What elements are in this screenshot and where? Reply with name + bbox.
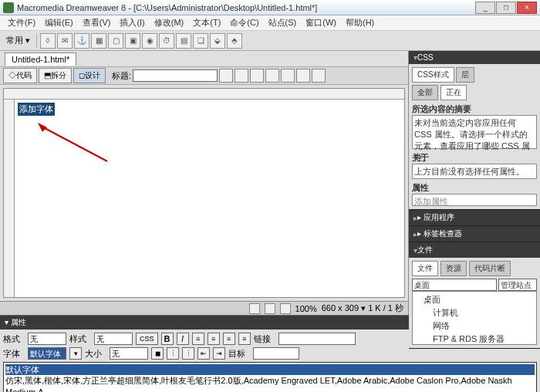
select-tool-icon[interactable] [249, 303, 260, 314]
menu-modify[interactable]: 修改(M) [150, 15, 189, 30]
doc-tab[interactable]: Untitled-1.html* [5, 52, 76, 66]
table-icon[interactable]: ▦ [91, 33, 106, 49]
toolbar-category[interactable]: 常用 ▾ [3, 35, 33, 46]
align-justify-icon[interactable]: ≡ [238, 333, 251, 345]
minimize-button[interactable]: _ [475, 2, 495, 14]
app-panel[interactable]: ▸ 应用程序 [409, 210, 540, 226]
refresh-icon[interactable] [235, 69, 248, 83]
color-picker[interactable]: ◼ [151, 347, 164, 360]
tag-panel-head[interactable]: ▸ 标签检查器 [409, 226, 540, 242]
app-icon [3, 2, 14, 13]
tag-panel[interactable]: ▸ 标签检查器 [409, 226, 540, 242]
align-center-icon[interactable]: ≡ [208, 333, 220, 345]
menu-edit[interactable]: 编辑(E) [40, 15, 78, 30]
site-select[interactable]: 桌面 [412, 279, 497, 291]
layers-tab[interactable]: 层 [456, 67, 474, 83]
hand-tool-icon[interactable] [265, 303, 275, 314]
style-select[interactable]: 无 [94, 333, 133, 345]
template-icon[interactable]: ⬙ [210, 33, 225, 49]
hyperlink-icon[interactable]: ◊ [40, 33, 56, 49]
visual-icon[interactable] [312, 69, 326, 83]
align-right-icon[interactable]: ≡ [223, 333, 235, 345]
font-option-selected[interactable]: 默认字体 [5, 364, 535, 375]
about-text: 上方目前没有选择任何属性。 [412, 164, 537, 179]
canvas-content[interactable]: 添加字体 [15, 100, 404, 297]
status-bar: 100% 660 x 309 ▾ 1 K / 1 秒 [0, 301, 408, 315]
tree-network[interactable]: 网络 [414, 319, 535, 333]
app-panel-head[interactable]: ▸ 应用程序 [409, 210, 540, 225]
current-tab[interactable]: 正在 [440, 85, 467, 100]
italic-button[interactable]: I [177, 333, 189, 345]
bold-button[interactable]: B [161, 333, 174, 345]
snippets-tab[interactable]: 代码片断 [469, 261, 511, 276]
browser-icon[interactable] [219, 69, 233, 83]
menu-site[interactable]: 站点(S) [264, 15, 302, 30]
files-tab[interactable]: 文件 [412, 261, 438, 276]
css-panel-head[interactable]: CSS [409, 51, 540, 64]
server-icon[interactable]: ▤ [176, 33, 191, 49]
email-icon[interactable]: ✉ [57, 33, 73, 49]
size-select[interactable]: 无 [110, 347, 148, 360]
code-view-button[interactable]: ◇代码 [3, 68, 37, 83]
menu-file[interactable]: 文件(F) [3, 15, 40, 30]
dimensions[interactable]: 660 x 309 ▾ 1 K / 1 秒 [322, 302, 403, 314]
all-tab[interactable]: 全部 [412, 85, 438, 100]
format-select[interactable]: 无 [28, 333, 66, 345]
tag-icon[interactable]: ⬘ [227, 33, 242, 49]
link-input[interactable] [278, 333, 356, 345]
summary-title: 所选内容的摘要 [412, 103, 537, 115]
date-icon[interactable]: ⏱ [159, 33, 174, 49]
titlebar: Macromedia Dreamweaver 8 - [C:\Users\Adm… [0, 0, 540, 15]
assets-tab[interactable]: 资源 [440, 261, 467, 276]
menu-window[interactable]: 窗口(W) [301, 15, 341, 30]
manage-sites[interactable]: 管理站点 [498, 279, 537, 291]
tree-desktop[interactable]: 桌面 [414, 293, 535, 306]
title-input[interactable] [133, 69, 218, 82]
style-label: 样式 [69, 333, 91, 345]
maximize-button[interactable]: □ [496, 2, 516, 14]
menu-insert[interactable]: 插入(I) [115, 15, 149, 30]
main-area: Untitled-1.html* ◇代码 ⬒拆分 ◻设计 标题: 添加字体 [0, 51, 540, 315]
check-icon[interactable] [265, 69, 279, 83]
add-property[interactable]: 添加属性 [412, 194, 537, 206]
options-icon[interactable] [281, 69, 295, 83]
zoom-level[interactable]: 100% [295, 304, 317, 313]
css-panel-body: CSS样式 层 全部 正在 所选内容的摘要 未对当前选定内容应用任何 CSS 属… [409, 64, 540, 209]
align-left-icon[interactable]: ≡ [192, 333, 204, 345]
summary-text: 未对当前选定内容应用任何 CSS 属性。请选择一个样式的元素，查看应用了哪些 C… [412, 115, 537, 149]
font-dropdown-arrow[interactable]: ▾ [69, 347, 82, 360]
image-icon[interactable]: ▣ [125, 33, 140, 49]
target-label: 目标 [228, 348, 250, 360]
outdent-icon[interactable]: ⇤ [197, 347, 210, 360]
menu-text[interactable]: 文本(T) [188, 15, 225, 30]
menu-help[interactable]: 帮助(H) [341, 15, 379, 30]
doc-tabs: Untitled-1.html* [0, 51, 408, 66]
font-option-row[interactable]: 仿宋,黑体,楷体,宋体,方正兰亭超细黑简体,叶根友毛笔行书2.0版,Academ… [5, 375, 535, 392]
split-view-button[interactable]: ⬒拆分 [39, 68, 72, 83]
font-dropdown-list[interactable]: 默认字体 仿宋,黑体,楷体,宋体,方正兰亭超细黑简体,叶根友毛笔行书2.0版,A… [3, 362, 537, 392]
list-ul-icon[interactable]: ⋮ [167, 347, 179, 360]
menu-view[interactable]: 查看(V) [78, 15, 116, 30]
close-button[interactable]: × [517, 2, 537, 14]
font-select[interactable]: 默认字体 [28, 347, 66, 360]
list-ol-icon[interactable]: ⋮ [182, 347, 194, 360]
design-view-button[interactable]: ◻设计 [73, 68, 106, 83]
menu-commands[interactable]: 命令(C) [225, 15, 263, 30]
view-icon[interactable] [296, 69, 310, 83]
media-icon[interactable]: ◉ [142, 33, 157, 49]
file-icon[interactable] [250, 69, 264, 83]
selected-text[interactable]: 添加字体 [18, 103, 55, 116]
design-canvas[interactable]: 添加字体 [3, 88, 405, 298]
css-button[interactable]: CSS [136, 333, 158, 345]
zoom-tool-icon[interactable] [280, 303, 291, 314]
css-styles-tab[interactable]: CSS样式 [412, 67, 454, 83]
comment-icon[interactable]: ❏ [193, 33, 208, 49]
div-icon[interactable]: ▢ [108, 33, 123, 49]
files-panel-head[interactable]: 文件 [409, 242, 540, 258]
target-input[interactable] [253, 347, 299, 360]
tree-computer[interactable]: 计算机 [414, 306, 535, 319]
ruler-horizontal [4, 89, 404, 100]
indent-icon[interactable]: ⇥ [213, 347, 225, 360]
doc-toolbar: ◇代码 ⬒拆分 ◻设计 标题: [0, 66, 408, 85]
anchor-icon[interactable]: ⚓ [74, 33, 89, 49]
